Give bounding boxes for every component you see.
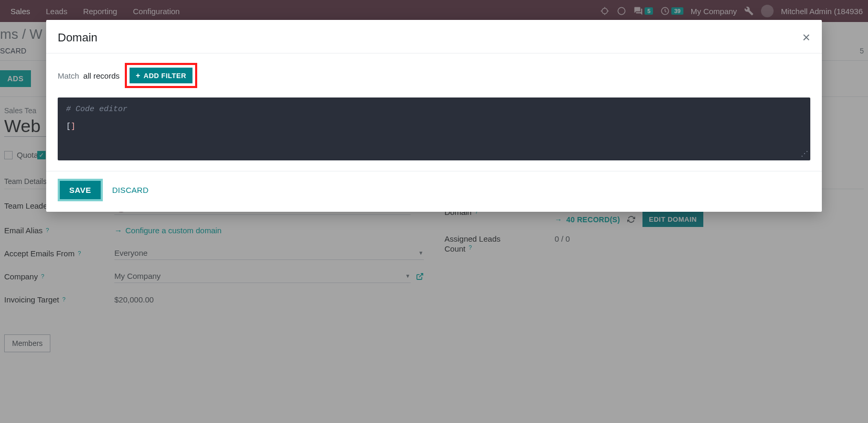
match-prefix: Match (58, 71, 79, 80)
modal-overlay[interactable]: Domain × Match all records + ADD FILTER … (0, 0, 868, 423)
match-what: all records (83, 71, 120, 80)
add-filter-highlight: + ADD FILTER (125, 63, 197, 88)
modal-body: Match all records + ADD FILTER # Code ed… (46, 53, 822, 171)
match-row: Match all records + ADD FILTER (58, 63, 810, 88)
add-filter-label: ADD FILTER (144, 72, 186, 80)
code-close-bracket: ] (71, 122, 76, 131)
domain-modal: Domain × Match all records + ADD FILTER … (46, 20, 822, 212)
modal-title: Domain (58, 31, 98, 45)
discard-button[interactable]: DISCARD (112, 186, 149, 194)
add-filter-button[interactable]: + ADD FILTER (130, 68, 192, 83)
modal-footer: SAVE DISCARD (46, 171, 822, 212)
code-comment: # Code editor (66, 105, 802, 114)
close-icon[interactable]: × (802, 29, 810, 46)
code-open-bracket: [ (66, 122, 71, 131)
modal-header: Domain × (46, 20, 822, 53)
code-editor[interactable]: # Code editor [] ⋰ (58, 97, 810, 160)
plus-icon: + (136, 71, 141, 80)
resize-handle-icon[interactable]: ⋰ (801, 149, 808, 158)
save-button[interactable]: SAVE (58, 179, 103, 201)
